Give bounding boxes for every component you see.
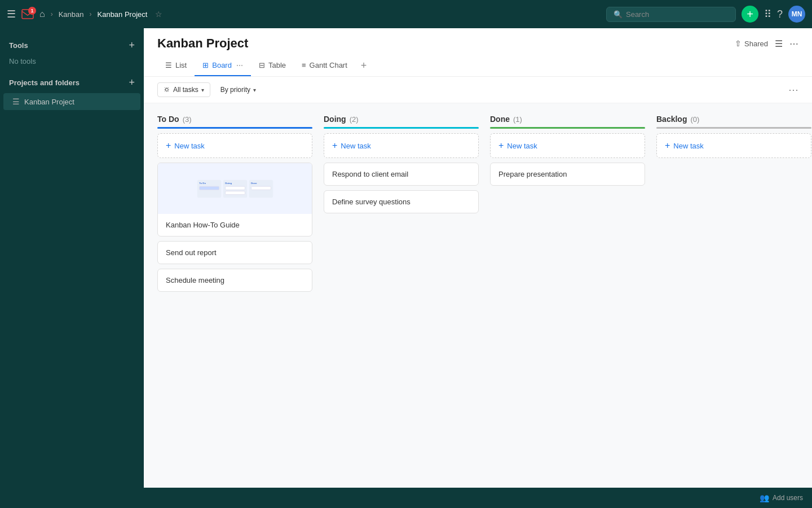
hamburger-icon[interactable]: ☰ <box>7 8 16 20</box>
kanban-board: To Do (3) + New task To Do <box>144 103 812 488</box>
card-prepare-presentation-title: Prepare presentation <box>498 170 567 178</box>
group-by-label: By priority <box>220 86 250 94</box>
add-project-button[interactable]: + <box>129 77 135 89</box>
bottom-bar: 👥 Add users <box>0 488 812 508</box>
todo-new-task-button[interactable]: + New task <box>157 133 312 158</box>
todo-new-task-label: New task <box>174 142 204 150</box>
project-icon: ☰ <box>12 97 20 106</box>
doing-new-task-label: New task <box>341 142 370 150</box>
card-respond-client-title: Respond to client email <box>332 170 408 178</box>
shared-label: Shared <box>744 40 768 48</box>
pin-icon[interactable]: ☆ <box>155 10 162 19</box>
tab-board-label: Board <box>212 61 232 69</box>
people-icon: 👥 <box>760 493 769 502</box>
add-button[interactable]: + <box>742 6 758 23</box>
column-todo-header: To Do (3) <box>157 115 312 124</box>
breadcrumb-sep-2: › <box>90 10 92 18</box>
tab-list-label: List <box>175 61 187 69</box>
main-content: Kanban Project ⇧ Shared ☰ ⋯ ☰ List ⊞ Boa… <box>144 28 812 488</box>
filter-button[interactable]: ⛭ All tasks ▾ <box>157 82 210 97</box>
card-schedule-meeting[interactable]: Schedule meeting <box>157 269 312 292</box>
nav-left: ☰ 1 ⌂ › Kanban › Kanban Project ☆ <box>7 8 601 20</box>
board-tab-dots[interactable]: ⋯ <box>236 62 243 69</box>
project-header: Kanban Project ⇧ Shared ☰ ⋯ <box>144 28 812 55</box>
top-navigation: ☰ 1 ⌂ › Kanban › Kanban Project ☆ 🔍 + ⠿ … <box>0 0 812 28</box>
document-icon[interactable]: ☰ <box>775 38 783 49</box>
no-tools-label: No tools <box>0 56 144 72</box>
filter-label: All tasks <box>173 86 198 94</box>
help-icon[interactable]: ? <box>777 8 783 20</box>
add-users-label: Add users <box>773 494 803 502</box>
column-todo-title: To Do <box>157 115 179 124</box>
done-new-task-label: New task <box>507 142 537 150</box>
tab-gantt[interactable]: ≡ Gantt Chart <box>294 55 355 76</box>
more-options-icon[interactable]: ⋯ <box>789 38 798 49</box>
column-done-bar <box>490 127 645 129</box>
filter-chevron-icon: ▾ <box>201 87 204 93</box>
view-tabs: ☰ List ⊞ Board ⋯ ⊟ Table ≡ Gantt Chart + <box>144 55 812 77</box>
add-users-button[interactable]: 👥 Add users <box>760 493 803 502</box>
board-toolbar: ⛭ All tasks ▾ By priority ▾ ⋯ <box>144 77 812 103</box>
column-backlog-bar <box>656 127 811 129</box>
card-define-survey[interactable]: Define survey questions <box>324 190 479 213</box>
todo-plus-icon: + <box>166 141 171 151</box>
project-actions: ⇧ Shared ☰ ⋯ <box>735 38 798 49</box>
column-backlog-header: Backlog (0) <box>656 115 811 124</box>
mini-col-doing: Doing <box>223 179 247 197</box>
card-send-report[interactable]: Send out report <box>157 241 312 264</box>
toolbar-more-button[interactable]: ⋯ <box>788 84 798 96</box>
mini-kanban-preview: To Do Doing Done <box>194 177 276 200</box>
column-todo-bar <box>157 127 312 129</box>
sidebar: Tools + No tools Projects and folders + … <box>0 28 144 488</box>
search-box[interactable]: 🔍 <box>606 7 736 22</box>
home-icon[interactable]: ⌂ <box>39 9 45 19</box>
tab-board[interactable]: ⊞ Board ⋯ <box>195 55 251 76</box>
breadcrumb-kanban[interactable]: Kanban <box>59 10 84 19</box>
sidebar-item-kanban-project[interactable]: ☰ Kanban Project <box>3 93 140 110</box>
backlog-new-task-button[interactable]: + New task <box>656 133 811 158</box>
grid-icon[interactable]: ⠿ <box>764 8 771 20</box>
sidebar-item-label: Kanban Project <box>24 98 74 106</box>
card-send-report-title: Send out report <box>166 248 217 257</box>
backlog-new-task-label: New task <box>673 142 703 150</box>
done-plus-icon: + <box>498 141 504 151</box>
mail-button[interactable]: 1 <box>21 9 34 19</box>
shared-button[interactable]: ⇧ Shared <box>735 39 768 48</box>
list-tab-icon: ☰ <box>165 61 172 69</box>
done-new-task-button[interactable]: + New task <box>490 133 645 158</box>
doing-new-task-button[interactable]: + New task <box>324 133 479 158</box>
group-by-button[interactable]: By priority ▾ <box>215 83 262 97</box>
tab-list[interactable]: ☰ List <box>157 55 195 76</box>
card-prepare-presentation[interactable]: Prepare presentation <box>490 163 645 186</box>
card-define-survey-title: Define survey questions <box>332 198 411 206</box>
column-done-count: (1) <box>513 115 522 124</box>
group-chevron-icon: ▾ <box>253 87 256 93</box>
app-body: Tools + No tools Projects and folders + … <box>0 28 812 488</box>
add-tool-button[interactable]: + <box>129 40 135 51</box>
column-doing-bar <box>324 127 479 129</box>
card-schedule-meeting-title: Schedule meeting <box>166 276 224 284</box>
share-icon: ⇧ <box>735 39 742 48</box>
search-input[interactable] <box>626 10 729 19</box>
column-done-header: Done (1) <box>490 115 645 124</box>
mini-col-done: Done <box>249 179 273 197</box>
breadcrumb-sep-1: › <box>51 10 53 18</box>
add-tab-button[interactable]: + <box>355 55 373 76</box>
table-tab-icon: ⊟ <box>259 61 265 69</box>
column-todo: To Do (3) + New task To Do <box>157 115 312 296</box>
column-backlog-title: Backlog <box>656 115 687 124</box>
column-doing-count: (2) <box>350 115 359 124</box>
project-title: Kanban Project <box>157 36 248 51</box>
breadcrumb-project[interactable]: Kanban Project <box>98 10 148 19</box>
column-doing-title: Doing <box>324 115 346 124</box>
backlog-plus-icon: + <box>665 141 670 151</box>
toolbar-left: ⛭ All tasks ▾ By priority ▾ <box>157 82 262 97</box>
card-kanban-guide-title: Kanban How-To Guide <box>158 214 312 236</box>
card-respond-client[interactable]: Respond to client email <box>324 163 479 186</box>
tab-table[interactable]: ⊟ Table <box>251 55 294 76</box>
card-kanban-guide[interactable]: To Do Doing Done <box>157 163 312 237</box>
column-doing-header: Doing (2) <box>324 115 479 124</box>
avatar[interactable]: MN <box>788 6 805 23</box>
projects-section: Projects and folders + <box>0 72 144 93</box>
board-tab-icon: ⊞ <box>202 61 209 69</box>
